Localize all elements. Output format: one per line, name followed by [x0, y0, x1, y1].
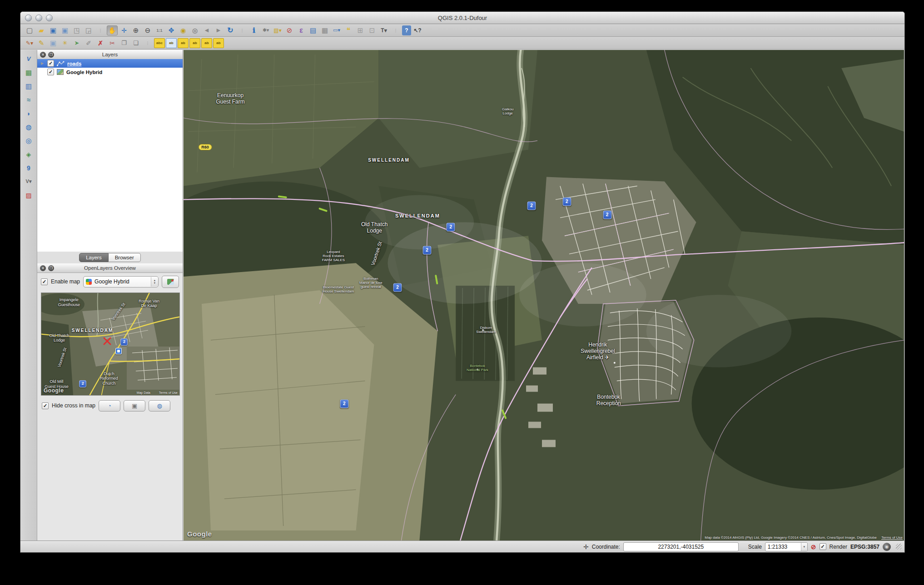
save-project-as-button[interactable]: ▣: [60, 25, 70, 35]
globe-button[interactable]: ◍: [149, 400, 170, 411]
combo-stepper-icon: ▴▾: [151, 277, 158, 287]
layer-item-roads[interactable]: ▶ ✓ roads: [37, 59, 183, 68]
tab-layers[interactable]: Layers: [79, 253, 109, 262]
zoom-to-layer-button[interactable]: ◎: [189, 25, 200, 35]
label-show-hide-button[interactable]: ab: [178, 38, 189, 48]
close-window-button[interactable]: [25, 15, 32, 21]
current-edits-button[interactable]: ✎▾: [24, 38, 35, 48]
pan-map-button[interactable]: ✋: [107, 25, 118, 35]
identify-button[interactable]: ℹ: [248, 25, 259, 35]
show-bookmarks-button[interactable]: ⊡: [367, 25, 378, 35]
layer-item-google-hybrid[interactable]: ✓ Google Hybrid: [37, 68, 183, 76]
layer-visibility-checkbox[interactable]: ✓: [47, 60, 54, 67]
compass-button[interactable]: ◔: [99, 400, 120, 411]
add-vector-layer-button[interactable]: V: [23, 54, 35, 64]
save-layer-edits-button[interactable]: ▣: [48, 38, 59, 48]
map-canvas[interactable]: Eenuurkop Guest Farm SWELLENDAM SWELLEND…: [184, 50, 904, 540]
zoom-out-button[interactable]: ⊖: [142, 25, 153, 35]
cut-features-button[interactable]: ✂: [107, 38, 118, 48]
zoom-in-button[interactable]: ⊕: [130, 25, 141, 35]
overview-map[interactable]: Impangele Guesthouse Roosje Van De Kaap …: [41, 292, 180, 396]
attribution-text: Map data ©2014 AfriGIS (Pty) Ltd, Google…: [705, 535, 877, 540]
labeling-button[interactable]: abc: [154, 38, 165, 48]
zoom-full-button[interactable]: ✥: [166, 25, 177, 35]
chevron-down-icon[interactable]: ▾: [801, 543, 807, 551]
resize-grip[interactable]: [896, 544, 902, 550]
move-feature-button[interactable]: ➤: [71, 38, 82, 48]
open-project-button[interactable]: ▰: [36, 25, 47, 35]
select-features-button[interactable]: ▧▾: [272, 25, 283, 35]
camera-button[interactable]: ▣: [124, 400, 145, 411]
zoom-native-button[interactable]: 1:1: [154, 25, 165, 35]
terms-of-use-link[interactable]: Terms of Use: [881, 535, 903, 540]
map-layer-icon: [167, 279, 174, 285]
feature-action-button[interactable]: ✱▾: [260, 25, 271, 35]
pan-to-selection-button[interactable]: ✛: [119, 25, 129, 35]
add-mssql-layer-button[interactable]: ◗: [23, 108, 35, 119]
label-pin-button[interactable]: ab: [166, 38, 177, 48]
save-project-button[interactable]: ▣: [48, 25, 59, 35]
map-data-link[interactable]: Map Data: [137, 391, 150, 394]
deselect-features-button[interactable]: ⊘: [284, 25, 295, 35]
add-wms-layer-button[interactable]: ◍: [23, 122, 35, 132]
undock-panel-icon[interactable]: ❐: [48, 52, 54, 58]
undock-panel-icon[interactable]: ❐: [48, 265, 54, 271]
enable-map-checkbox[interactable]: ✓: [41, 278, 48, 285]
stop-render-icon[interactable]: ⊘: [811, 543, 816, 550]
terms-of-use-link[interactable]: Terms of Use: [159, 391, 178, 394]
help-button[interactable]: ?: [402, 25, 411, 35]
add-wfs-layer-button[interactable]: ◈: [23, 149, 35, 159]
measure-button[interactable]: ▭▾: [331, 25, 342, 35]
zoom-last-button[interactable]: ◀: [201, 25, 212, 35]
select-by-expression-button[interactable]: ε: [296, 25, 307, 35]
left-dock: ✕ ❐ Layers ▶ ✓ roads ✓ Google Hybrid Lay…: [37, 50, 183, 540]
title-bar[interactable]: QGIS 2.0.1-Dufour: [20, 12, 904, 24]
zoom-to-selection-button[interactable]: ◉: [178, 25, 189, 35]
status-bar: ✛ Coordinate: 2273201,-4031525 Scale 1:2…: [20, 540, 904, 552]
add-delimited-text-layer-button[interactable]: 9: [23, 163, 35, 173]
add-raster-layer-button[interactable]: ▦: [23, 67, 35, 78]
node-tool-button[interactable]: ✐: [83, 38, 94, 48]
expand-arrow-icon[interactable]: ▶: [41, 61, 45, 65]
minimize-window-button[interactable]: [35, 15, 42, 21]
label-properties-button[interactable]: ab: [213, 38, 224, 48]
hide-cross-checkbox[interactable]: ✓: [42, 402, 49, 409]
attribute-table-button[interactable]: ▤: [308, 25, 318, 35]
delete-selected-button[interactable]: ✗: [95, 38, 106, 48]
label-move-button[interactable]: ab: [189, 38, 200, 48]
new-project-button[interactable]: ▢: [24, 25, 35, 35]
add-wcs-layer-button[interactable]: ◎: [23, 135, 35, 146]
tab-browser[interactable]: Browser: [109, 253, 141, 262]
overview-map-select[interactable]: Google Hybrid ▴▾: [83, 276, 159, 288]
remove-layer-button[interactable]: ▨: [23, 190, 35, 200]
render-checkbox[interactable]: ✓: [820, 543, 826, 550]
toolbar-separator: ⋮: [237, 25, 248, 35]
add-feature-button[interactable]: ✳: [60, 38, 70, 48]
scale-combo[interactable]: 1:21333 ▾: [765, 542, 808, 551]
field-calculator-button[interactable]: ▦: [319, 25, 330, 35]
close-panel-icon[interactable]: ✕: [40, 52, 46, 58]
overview-add-layer-button[interactable]: [162, 276, 179, 288]
zoom-next-button[interactable]: ▶: [213, 25, 224, 35]
copy-features-button[interactable]: ❐: [119, 38, 129, 48]
composer-manager-button[interactable]: ◲: [83, 25, 94, 35]
extents-marker-icon[interactable]: ✛: [583, 543, 589, 550]
crs-status-icon[interactable]: ◉: [883, 543, 891, 551]
add-postgis-layer-button[interactable]: ▥: [23, 81, 35, 91]
add-spatialite-layer-button[interactable]: ≈: [23, 94, 35, 105]
label-rotate-button[interactable]: ab: [201, 38, 212, 48]
layer-visibility-checkbox[interactable]: ✓: [47, 69, 54, 75]
paste-features-button[interactable]: ❏: [130, 38, 141, 48]
zoom-window-button[interactable]: [46, 15, 53, 21]
new-print-composer-button[interactable]: ◳: [71, 25, 82, 35]
route-shield: 2: [447, 223, 455, 231]
close-panel-icon[interactable]: ✕: [40, 265, 46, 271]
new-bookmark-button[interactable]: ⊞: [355, 25, 366, 35]
new-shapefile-layer-button[interactable]: V▾: [23, 176, 35, 187]
refresh-button[interactable]: ↻: [225, 25, 236, 35]
map-tips-button[interactable]: ❝: [343, 25, 354, 35]
coordinate-input[interactable]: 2273201,-4031525: [623, 542, 739, 551]
whats-this-button[interactable]: ↖?: [412, 25, 423, 35]
toggle-editing-button[interactable]: ✎: [36, 38, 47, 48]
text-annotation-button[interactable]: T▾: [378, 25, 389, 35]
